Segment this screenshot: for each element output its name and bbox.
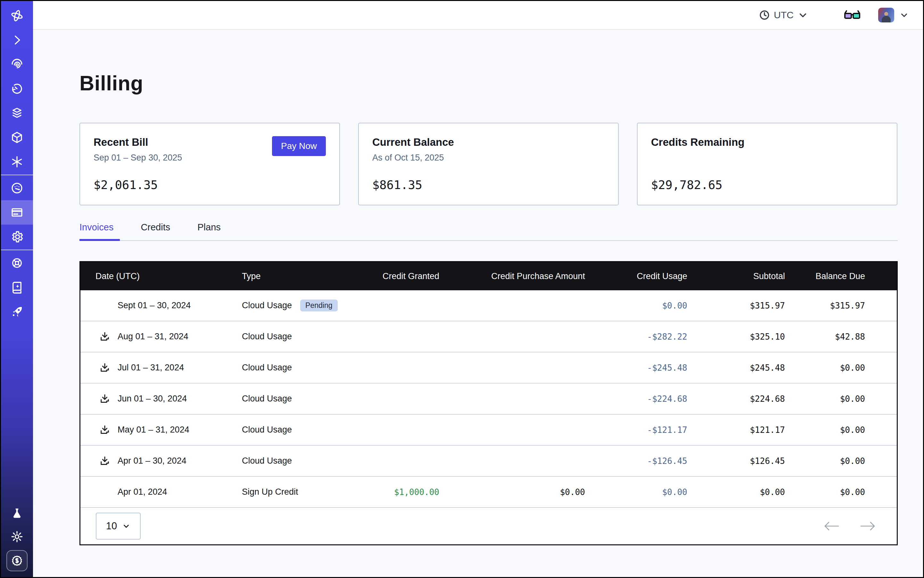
subtotal-value: $126.45 <box>687 456 785 466</box>
sidebar-item-labs[interactable] <box>1 502 33 525</box>
invoice-type-cell: Cloud Usage <box>242 331 351 341</box>
sidebar-item-expand[interactable] <box>1 28 33 52</box>
layers-icon <box>10 106 24 120</box>
invoice-date: Sept 01 – 30, 2024 <box>118 300 191 310</box>
invoice-type: Cloud Usage <box>242 394 292 404</box>
invoice-date: Apr 01, 2024 <box>118 487 167 497</box>
download-icon[interactable] <box>99 424 110 436</box>
table-footer: 10 <box>80 508 897 544</box>
credit-usage-value: -$224.68 <box>585 394 687 404</box>
dollar-badge-icon <box>11 554 23 567</box>
invoices-table: Date (UTC)TypeCredit GrantedCredit Purch… <box>80 261 898 546</box>
balance-due-value: $42.88 <box>785 332 865 341</box>
chevron-down-icon[interactable] <box>899 10 909 20</box>
orbit-logo-icon <box>10 9 24 23</box>
lifebuoy-icon <box>10 257 24 270</box>
credit-card-icon <box>10 206 24 219</box>
card-title: Current Balance <box>372 136 604 148</box>
download-icon[interactable] <box>99 362 110 373</box>
invoice-row: Jun 01 – 30, 2024 Cloud Usage -$224.68 $… <box>80 383 897 415</box>
column-header: Credit Usage <box>585 271 687 281</box>
page-title: Billing <box>80 71 898 95</box>
page-size-select[interactable]: 10 <box>96 513 141 539</box>
invoice-type-cell: Cloud Usage <box>242 425 351 435</box>
sidebar-item-packages[interactable] <box>1 125 33 149</box>
timer-icon <box>10 82 24 96</box>
invoice-row: Apr 01 – 30, 2024 Cloud Usage -$126.45 $… <box>80 446 897 477</box>
current-balance-card: Current Balance As of Oct 15, 2025 $861.… <box>358 123 619 205</box>
subtotal-value: $224.68 <box>687 394 785 404</box>
chevron-down-icon <box>122 522 130 530</box>
sidebar-item-monitor[interactable] <box>1 52 33 76</box>
column-header: Balance Due <box>785 271 865 281</box>
sidebar-item-logo[interactable] <box>1 3 33 28</box>
sidebar-item-layers[interactable] <box>1 101 33 125</box>
recent-bill-card: Recent Bill Sep 01 – Sep 30, 2025 $2,061… <box>80 123 340 205</box>
cube-icon <box>10 131 24 144</box>
status-badge: Pending <box>300 300 337 312</box>
invoice-row: Aug 01 – 31, 2024 Cloud Usage -$282.22 $… <box>80 321 897 352</box>
invoice-type: Cloud Usage <box>242 425 292 435</box>
chevron-down-icon <box>797 10 808 21</box>
credits-balance-button[interactable] <box>6 550 28 571</box>
invoice-date: Apr 01 – 30, 2024 <box>118 456 187 466</box>
user-avatar[interactable] <box>878 8 894 23</box>
credit-usage-value: -$282.22 <box>585 332 687 341</box>
arrow-left-icon[interactable] <box>822 520 840 533</box>
sun-icon <box>10 530 24 543</box>
glasses-icon[interactable] <box>844 9 861 21</box>
column-header: Credit Granted <box>351 271 439 281</box>
invoice-row: May 01 – 31, 2024 Cloud Usage -$121.17 $… <box>80 415 897 446</box>
asterisk-icon <box>10 155 24 169</box>
invoice-date-cell: May 01 – 31, 2024 <box>80 424 242 436</box>
invoice-type-cell: Cloud Usage <box>242 363 351 373</box>
invoice-date: May 01 – 31, 2024 <box>118 425 189 435</box>
invoice-date: Aug 01 – 31, 2024 <box>118 331 188 341</box>
download-icon[interactable] <box>99 455 110 467</box>
invoice-date-cell: Jun 01 – 30, 2024 <box>80 393 242 405</box>
page-size-value: 10 <box>106 520 117 532</box>
invoice-date-cell: Apr 01 – 30, 2024 <box>80 455 242 467</box>
topbar: UTC <box>33 1 923 30</box>
column-header: Subtotal <box>687 271 785 281</box>
sidebar-item-support[interactable] <box>1 251 33 275</box>
balance-due-value: $0.00 <box>785 487 865 497</box>
timezone-label: UTC <box>774 10 794 21</box>
subtotal-value: $325.10 <box>687 332 785 341</box>
tab-credits[interactable]: Credits <box>141 222 170 240</box>
balance-due-value: $0.00 <box>785 363 865 373</box>
invoice-date-cell: Apr 01, 2024 <box>80 486 242 498</box>
balance-due-value: $0.00 <box>785 425 865 435</box>
balance-due-value: $0.00 <box>785 456 865 466</box>
credit-granted-value: $1,000.00 <box>351 487 439 497</box>
current-balance-amount: $861.35 <box>372 178 604 192</box>
subtotal-value: $0.00 <box>687 487 785 497</box>
sidebar-item-functions[interactable] <box>1 149 33 174</box>
sidebar-item-settings[interactable] <box>1 225 33 249</box>
credit-usage-value: -$245.48 <box>585 363 687 373</box>
pay-now-button[interactable]: Pay Now <box>272 136 326 156</box>
download-icon[interactable] <box>99 331 110 343</box>
tab-plans[interactable]: Plans <box>197 222 221 240</box>
summary-cards: Recent Bill Sep 01 – Sep 30, 2025 $2,061… <box>80 123 898 205</box>
invoice-type-cell: Cloud Usage Pending <box>242 300 351 312</box>
book-icon <box>10 281 24 294</box>
credit-usage-value: $0.00 <box>585 301 687 310</box>
sidebar-item-docs[interactable] <box>1 275 33 300</box>
invoice-date-cell: Jul 01 – 31, 2024 <box>80 362 242 373</box>
credits-remaining-card: Credits Remaining $29,782.65 <box>637 123 897 205</box>
column-header: Date (UTC) <box>80 271 242 281</box>
credit-usage-value: -$126.45 <box>585 456 687 466</box>
timezone-picker[interactable]: UTC <box>759 10 808 21</box>
tab-invoices[interactable]: Invoices <box>80 222 114 240</box>
invoice-date-cell: Sept 01 – 30, 2024 <box>80 300 242 312</box>
sidebar-item-billing[interactable] <box>1 200 33 225</box>
sidebar-item-usage[interactable] <box>1 176 33 200</box>
sidebar-item-history[interactable] <box>1 76 33 101</box>
gear-icon <box>10 230 24 244</box>
download-icon[interactable] <box>99 393 110 405</box>
invoice-date: Jun 01 – 30, 2024 <box>118 394 187 404</box>
sidebar-item-theme[interactable] <box>1 525 33 548</box>
arrow-right-icon[interactable] <box>859 520 877 533</box>
sidebar-item-getting-started[interactable] <box>1 300 33 324</box>
